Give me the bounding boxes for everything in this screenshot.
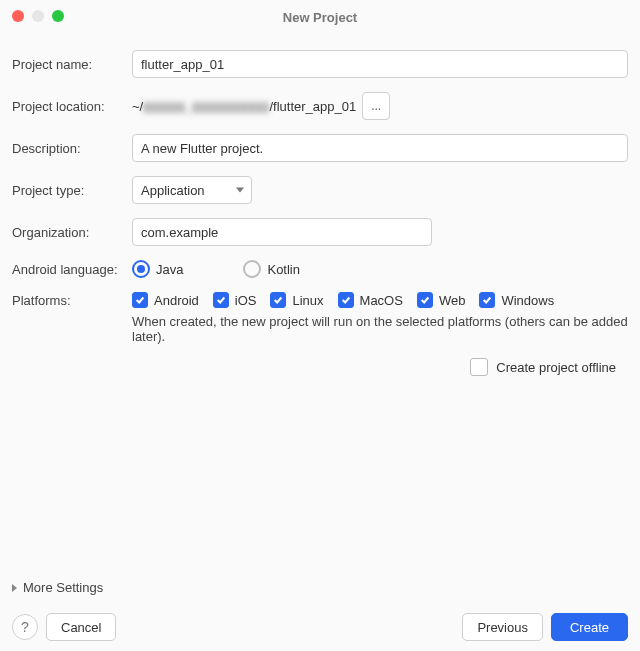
previous-button[interactable]: Previous: [462, 613, 543, 641]
platform-checkbox-windows[interactable]: Windows: [479, 292, 554, 308]
organization-input[interactable]: [132, 218, 432, 246]
android-language-radio-group: JavaKotlin: [132, 260, 300, 278]
location-obscured: ▮▮▮▮▮▮_▮▮▮▮▮▮▮▮▮▮▮: [143, 99, 269, 114]
project-name-label: Project name:: [12, 57, 132, 72]
platforms-checkbox-group: AndroidiOSLinuxMacOSWebWindows: [132, 292, 554, 308]
create-offline-label: Create project offline: [496, 360, 616, 375]
more-settings-toggle[interactable]: More Settings: [12, 580, 103, 595]
help-button[interactable]: ?: [12, 614, 38, 640]
radio-label: Java: [156, 262, 183, 277]
project-type-select[interactable]: Application: [132, 176, 252, 204]
checkbox-label: Android: [154, 293, 199, 308]
platform-checkbox-macos[interactable]: MacOS: [338, 292, 403, 308]
description-label: Description:: [12, 141, 132, 156]
radio-label: Kotlin: [267, 262, 300, 277]
android-language-radio-kotlin[interactable]: Kotlin: [243, 260, 300, 278]
platforms-note: When created, the new project will run o…: [132, 314, 628, 344]
create-offline-checkbox[interactable]: Create project offline: [470, 358, 616, 376]
checkbox-label: MacOS: [360, 293, 403, 308]
location-prefix: ~/: [132, 99, 143, 114]
footer: ? Cancel Previous Create: [0, 603, 640, 651]
organization-label: Organization:: [12, 225, 132, 240]
checkbox-label: Web: [439, 293, 466, 308]
project-location-input[interactable]: ~/ ▮▮▮▮▮▮_▮▮▮▮▮▮▮▮▮▮▮ /flutter_app_01: [132, 99, 356, 114]
form-area: Project name: Project location: ~/ ▮▮▮▮▮…: [0, 22, 640, 376]
project-name-input[interactable]: [132, 50, 628, 78]
platform-checkbox-web[interactable]: Web: [417, 292, 466, 308]
browse-location-button[interactable]: ...: [362, 92, 390, 120]
platforms-label: Platforms:: [12, 293, 132, 308]
window-title: New Project: [0, 10, 640, 25]
create-button[interactable]: Create: [551, 613, 628, 641]
chevron-right-icon: [12, 584, 17, 592]
cancel-button[interactable]: Cancel: [46, 613, 116, 641]
platform-checkbox-linux[interactable]: Linux: [270, 292, 323, 308]
project-location-label: Project location:: [12, 99, 132, 114]
checkbox-label: iOS: [235, 293, 257, 308]
more-settings-label: More Settings: [23, 580, 103, 595]
project-type-label: Project type:: [12, 183, 132, 198]
location-suffix: /flutter_app_01: [269, 99, 356, 114]
android-language-radio-java[interactable]: Java: [132, 260, 183, 278]
description-input[interactable]: [132, 134, 628, 162]
checkbox-label: Linux: [292, 293, 323, 308]
platform-checkbox-android[interactable]: Android: [132, 292, 199, 308]
platform-checkbox-ios[interactable]: iOS: [213, 292, 257, 308]
checkbox-label: Windows: [501, 293, 554, 308]
android-language-label: Android language:: [12, 262, 132, 277]
